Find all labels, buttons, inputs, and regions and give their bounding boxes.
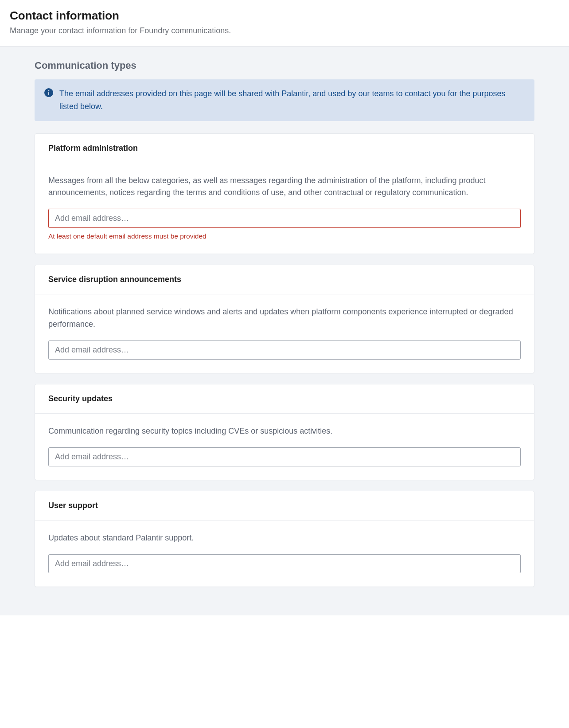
card-title: Security updates <box>48 394 521 403</box>
svg-point-2 <box>48 90 50 91</box>
card-description: Messages from all the below categories, … <box>48 175 521 200</box>
email-input-user-support[interactable] <box>48 554 521 573</box>
page-subtitle: Manage your contact information for Foun… <box>10 26 559 35</box>
card-body: Communication regarding security topics … <box>35 414 534 480</box>
section-heading: Communication types <box>35 60 534 71</box>
page-title: Contact information <box>10 9 559 23</box>
error-message: At least one default email address must … <box>48 232 521 240</box>
card-header: Platform administration <box>35 134 534 163</box>
card-body: Messages from all the below categories, … <box>35 163 534 254</box>
info-callout-text: The email addresses provided on this pag… <box>59 87 525 113</box>
email-input-platform-administration[interactable] <box>48 209 521 228</box>
card-description: Communication regarding security topics … <box>48 425 521 438</box>
email-input-security-updates[interactable] <box>48 447 521 466</box>
email-input-service-disruption[interactable] <box>48 341 521 360</box>
info-callout: The email addresses provided on this pag… <box>35 79 534 121</box>
card-title: Service disruption announcements <box>48 275 521 284</box>
main-content: Communication types The email addresses … <box>0 46 569 615</box>
card-header: User support <box>35 491 534 521</box>
card-header: Service disruption announcements <box>35 265 534 294</box>
svg-rect-1 <box>48 92 49 95</box>
card-title: User support <box>48 501 521 510</box>
card-title: Platform administration <box>48 144 521 153</box>
card-body: Notifications about planned service wind… <box>35 294 534 373</box>
page-header: Contact information Manage your contact … <box>0 0 569 46</box>
card-platform-administration: Platform administration Messages from al… <box>35 133 534 254</box>
card-service-disruption: Service disruption announcements Notific… <box>35 265 534 373</box>
card-user-support: User support Updates about standard Pala… <box>35 491 534 587</box>
card-description: Notifications about planned service wind… <box>48 306 521 331</box>
card-security-updates: Security updates Communication regarding… <box>35 384 534 480</box>
card-body: Updates about standard Palantir support. <box>35 521 534 587</box>
card-description: Updates about standard Palantir support. <box>48 532 521 544</box>
card-header: Security updates <box>35 384 534 414</box>
info-icon <box>44 88 53 97</box>
